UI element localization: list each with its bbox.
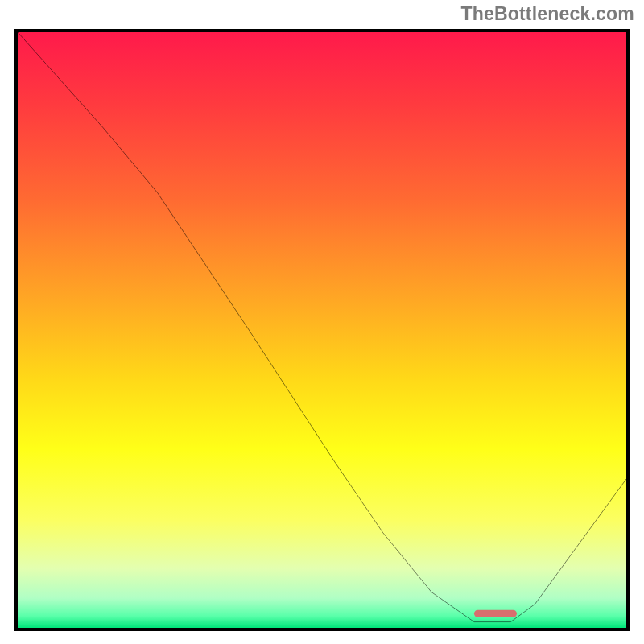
optimal-marker [474, 610, 517, 617]
plot-frame [14, 29, 630, 631]
chart-svg [18, 32, 626, 628]
chart-background [18, 32, 626, 628]
attribution-text: TheBottleneck.com [460, 3, 634, 25]
